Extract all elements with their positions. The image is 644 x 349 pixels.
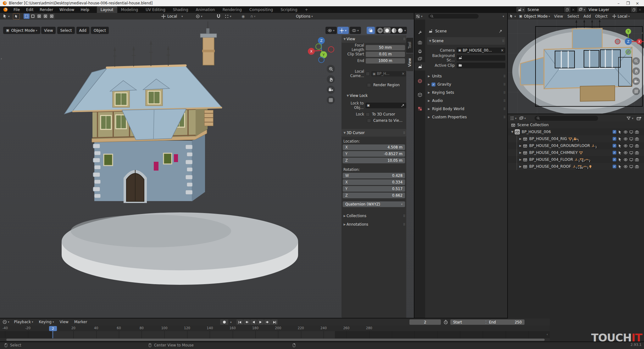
selectable-checkbox[interactable]: ✓: [613, 130, 616, 134]
auto-keying-toggle[interactable]: [220, 319, 228, 325]
vp2-mode-dropdown[interactable]: ▣ Object Mode ▾: [519, 14, 550, 19]
unlink-scene-button[interactable]: ×: [572, 8, 575, 12]
cursor-rotation-z[interactable]: Z0.662: [343, 193, 405, 198]
toolbar-expand-arrow[interactable]: ›: [1, 57, 2, 61]
editor-type-dropdown[interactable]: ▾: [3, 320, 9, 324]
camera-view-icon[interactable]: [327, 86, 335, 94]
panel-rigid-body-world[interactable]: ▶Rigid Body World⠿: [427, 106, 505, 112]
pointer-icon[interactable]: [618, 165, 622, 169]
photocam-icon[interactable]: [635, 151, 639, 155]
workspace-tab-animation[interactable]: Animation: [192, 6, 219, 13]
topbar-menu-edit[interactable]: Edit: [23, 6, 36, 13]
restore-button[interactable]: ❐: [623, 0, 633, 6]
vp2-menu-object[interactable]: Object: [593, 14, 610, 19]
playhead-line[interactable]: [53, 330, 53, 338]
filter-dropdown[interactable]: ▾: [626, 116, 633, 121]
pointer-icon[interactable]: [618, 151, 622, 155]
grid-ortho-icon[interactable]: [327, 96, 335, 104]
topbar-menu-render[interactable]: Render: [36, 6, 56, 13]
play-reverse-button[interactable]: [250, 319, 257, 325]
tab-object-props[interactable]: [414, 91, 425, 99]
select-mode-1[interactable]: [30, 14, 36, 19]
cursor-rotation-x[interactable]: X0.334: [343, 179, 405, 185]
photocam-icon[interactable]: [635, 144, 639, 148]
timeline-frames[interactable]: [0, 331, 550, 338]
scene-panel-header[interactable]: ▼Scene ⠿: [427, 37, 505, 45]
new-view-layer-button[interactable]: [631, 7, 637, 12]
panel-grip[interactable]: ⠿: [503, 91, 505, 94]
to-3d-cursor-checkbox[interactable]: [366, 112, 370, 116]
jump-to-end-button[interactable]: [271, 319, 278, 325]
workspace-tab-uv-editing[interactable]: UV Editing: [142, 6, 169, 13]
active-tool-dropdown[interactable]: ▾: [3, 14, 10, 19]
view-lock-header[interactable]: ▼View Lock: [346, 93, 368, 98]
cursor-rotation-w[interactable]: W0.428: [343, 173, 405, 178]
region-collapse-arrow[interactable]: ‹: [641, 31, 643, 35]
rendered-shading-button[interactable]: [397, 27, 403, 34]
zoom-icon[interactable]: [327, 65, 335, 73]
expand-arrow[interactable]: ▶: [519, 165, 522, 168]
navigation-gizmo[interactable]: Z X Y: [306, 35, 340, 66]
eye-icon[interactable]: [624, 144, 628, 148]
pin-icon[interactable]: [499, 29, 503, 33]
panel-units[interactable]: ▶Units⠿: [427, 73, 505, 79]
minimize-button[interactable]: –: [614, 0, 623, 6]
vp2-orientation-dropdown[interactable]: Local ▾: [612, 14, 630, 19]
monitor-icon[interactable]: [629, 151, 633, 155]
selectable-checkbox[interactable]: ✓: [613, 165, 616, 168]
collection-row-4[interactable]: ▶BP_HOUSE_004_ROOF4+993✓: [508, 163, 644, 170]
tab-tool[interactable]: Tool: [406, 38, 413, 53]
collection-row-0[interactable]: ▶BP_HOUSE_004_RIG25✓: [508, 135, 644, 142]
monitor-icon[interactable]: [629, 144, 633, 148]
timeline-menu-keying[interactable]: Keying▾: [36, 318, 57, 325]
topbar-menu-help[interactable]: Help: [77, 6, 92, 13]
timeline-scrollbar[interactable]: [6, 339, 545, 341]
view-layer-selector[interactable]: ▾ View Layer: [577, 7, 630, 12]
frame-start-field[interactable]: Start 1: [450, 319, 491, 325]
monitor-icon[interactable]: [629, 158, 633, 162]
selectable-checkbox[interactable]: ✓: [613, 144, 616, 148]
proportional-editing-toggle[interactable]: ◉: [242, 14, 245, 19]
cursor-location-x[interactable]: X4.508 m: [343, 144, 405, 150]
view-panel-header[interactable]: ▼View ⠿: [341, 35, 406, 43]
next-keyframe-button[interactable]: [264, 319, 271, 325]
playhead-label[interactable]: 2: [49, 326, 57, 331]
collection-row-1[interactable]: ▶BP_HOUSE_004_GROUNDFLOOR3✓: [508, 142, 644, 149]
monitor-icon[interactable]: [629, 165, 633, 169]
timeline-menu-view[interactable]: View: [57, 318, 71, 325]
field-end[interactable]: 1000 m: [366, 58, 405, 64]
select-tool-button[interactable]: [13, 13, 20, 20]
workspace-tab-rendering[interactable]: Rendering: [219, 6, 246, 13]
pointer-icon[interactable]: [618, 137, 622, 141]
panel-grip[interactable]: ⠿: [403, 131, 405, 135]
cursor-location-y[interactable]: Y-0.8527 m: [343, 151, 405, 157]
tab-world-props[interactable]: [414, 77, 425, 85]
cursor-panel-header[interactable]: ▼3D Cursor ⠿: [341, 129, 406, 137]
new-collection-button[interactable]: [636, 116, 641, 121]
monitor-icon[interactable]: [629, 130, 633, 134]
workspace-tab-layout[interactable]: Layout: [97, 6, 117, 13]
xray-toggle[interactable]: [367, 27, 375, 34]
selectable-checkbox[interactable]: ✓: [613, 158, 616, 161]
select-mode-3[interactable]: [42, 14, 48, 19]
eyedropper-icon[interactable]: [401, 104, 405, 107]
show-gizmo-dropdown[interactable]: ▾: [325, 27, 337, 34]
photocam-icon[interactable]: [635, 165, 639, 169]
panel-grip[interactable]: ⠿: [403, 223, 405, 226]
eye-icon[interactable]: [624, 151, 628, 155]
region-collapse-arrow[interactable]: ‹: [547, 332, 548, 336]
tab-render-props[interactable]: [414, 38, 425, 47]
expand-arrow[interactable]: ▶: [519, 158, 522, 161]
scene-collection-row[interactable]: Scene Collection: [508, 121, 644, 128]
panel-grip[interactable]: ⠿: [503, 107, 505, 111]
collection-row-root[interactable]: ▼BP_HOUSE_006✓: [508, 128, 644, 135]
panel-grip[interactable]: ⠿: [503, 115, 505, 119]
tab-tool-props[interactable]: [414, 28, 425, 37]
add-workspace-button[interactable]: +: [301, 6, 312, 13]
tab-view[interactable]: View: [406, 53, 413, 71]
previous-keyframe-button[interactable]: [243, 319, 250, 325]
panel-keying-sets[interactable]: ▶Keying Sets⠿: [427, 89, 505, 96]
workspace-tab-shading[interactable]: Shading: [169, 6, 192, 13]
selectable-checkbox[interactable]: ✓: [613, 137, 616, 141]
tab-texture-props[interactable]: [414, 104, 425, 113]
